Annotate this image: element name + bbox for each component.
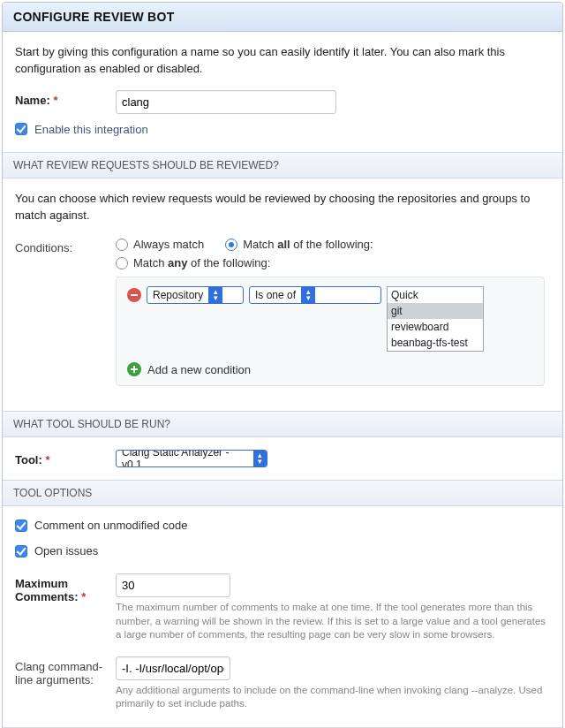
max-comments-input[interactable] xyxy=(116,573,230,597)
radio-match-any-label: Match any of the following: xyxy=(133,256,270,269)
tool-select[interactable]: Clang Static Analyzer - v0.1 ▴▾ xyxy=(116,450,267,467)
repo-option[interactable]: Quick xyxy=(388,287,483,303)
review-requests-section: You can choose which review requests wou… xyxy=(3,178,562,412)
review-requests-text: You can choose which review requests wou… xyxy=(15,191,550,224)
intro-text: Start by giving this configuration a nam… xyxy=(15,44,550,78)
intro-section: Start by giving this configuration a nam… xyxy=(3,32,562,152)
tool-options-section: Comment on unmodified code Open issues M… xyxy=(3,506,562,727)
condition-field-select[interactable]: Repository ▴▾ xyxy=(147,286,244,304)
open-issues-checkbox[interactable] xyxy=(15,545,27,557)
chevron-updown-icon: ▴▾ xyxy=(208,287,222,303)
clang-args-label: Clang command-line arguments: xyxy=(15,656,103,686)
repo-option[interactable]: reviewboard xyxy=(388,319,483,335)
radio-always-match[interactable] xyxy=(116,239,128,251)
svg-rect-0 xyxy=(131,294,138,296)
add-condition-label: Add a new condition xyxy=(147,363,251,376)
radio-match-all-label: Match all of the following: xyxy=(243,238,373,251)
condition-operator-select[interactable]: Is one of ▴▾ xyxy=(249,286,381,304)
name-input[interactable] xyxy=(116,90,336,114)
enable-integration-label: Enable this integration xyxy=(34,123,148,136)
enable-integration-checkbox[interactable] xyxy=(15,123,27,135)
clang-args-input[interactable] xyxy=(116,656,230,680)
svg-rect-2 xyxy=(131,368,138,370)
repo-option[interactable]: git xyxy=(388,303,483,319)
name-label: Name: * xyxy=(15,90,103,107)
repo-option[interactable]: beanbag-tfs-test xyxy=(388,335,483,351)
comment-unmodified-checkbox[interactable] xyxy=(15,519,27,532)
radio-match-all[interactable] xyxy=(225,239,237,251)
max-comments-label: Maximum Comments: * xyxy=(15,573,103,603)
chevron-updown-icon: ▴▾ xyxy=(301,287,315,303)
remove-condition-icon[interactable] xyxy=(127,288,141,302)
radio-always-label: Always match xyxy=(133,238,204,251)
panel-title: CONFIGURE REVIEW BOT xyxy=(3,3,562,32)
max-comments-help: The maximum number of comments to make a… xyxy=(116,601,548,642)
open-issues-label: Open issues xyxy=(34,544,98,557)
review-requests-header: WHAT REVIEW REQUESTS SHOULD BE REVIEWED? xyxy=(3,152,562,178)
tool-options-header: TOOL OPTIONS xyxy=(3,480,562,506)
conditions-box: Repository ▴▾ Is one of ▴▾ Quick git rev… xyxy=(116,277,545,386)
configure-review-bot-panel: CONFIGURE REVIEW BOT Start by giving thi… xyxy=(2,2,563,728)
condition-row: Repository ▴▾ Is one of ▴▾ Quick git rev… xyxy=(127,286,533,352)
chevron-updown-icon: ▴▾ xyxy=(253,451,267,466)
clang-args-help: Any additional arguments to include on t… xyxy=(116,684,548,711)
plus-icon xyxy=(127,362,141,376)
add-condition-button[interactable]: Add a new condition xyxy=(127,362,533,376)
tool-section: Tool: * Clang Static Analyzer - v0.1 ▴▾ xyxy=(3,437,562,480)
radio-match-any[interactable] xyxy=(116,257,128,269)
tool-header: WHAT TOOL SHOULD BE RUN? xyxy=(3,411,562,437)
condition-value-list[interactable]: Quick git reviewboard beanbag-tfs-test xyxy=(387,286,484,352)
conditions-label: Conditions: xyxy=(15,238,103,254)
comment-unmodified-label: Comment on unmodified code xyxy=(34,519,187,532)
tool-label: Tool: * xyxy=(15,450,103,466)
